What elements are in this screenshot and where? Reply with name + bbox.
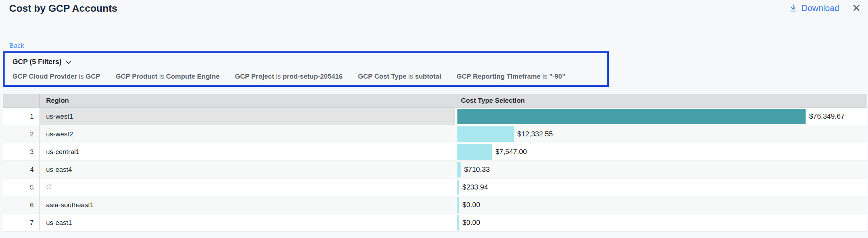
filter-value: Compute Engine <box>166 73 219 80</box>
table-row[interactable]: 1 us-west1 $76,349.67 <box>3 108 867 125</box>
filter-field: GCP Project <box>235 73 274 80</box>
back-link[interactable]: Back <box>9 42 24 50</box>
filter-operator: is <box>408 73 413 80</box>
filter-operator: is <box>542 73 547 80</box>
table-header-row: Region Cost Type Selection <box>3 94 867 108</box>
cost-value: $233.94 <box>462 183 488 191</box>
filter-field: GCP Cost Type <box>358 73 407 80</box>
filter-value: prod-setup-205416 <box>283 73 343 80</box>
close-icon[interactable]: ✕ <box>852 3 861 13</box>
filter-field: GCP Cloud Provider <box>12 73 77 80</box>
region-cell[interactable]: us-east1 <box>40 214 455 231</box>
filter-item[interactable]: GCP Product is Compute Engine <box>116 73 219 80</box>
region-cell[interactable]: us-central1 <box>40 143 455 160</box>
row-number: 1 <box>3 108 40 125</box>
cost-cell: $0.00 <box>455 196 867 214</box>
row-number: 5 <box>3 178 40 196</box>
cost-cell: $710.33 <box>455 161 867 178</box>
table-row[interactable]: 2 us-west2 $12,332.55 <box>3 125 867 143</box>
cost-cell: $12,332.55 <box>455 125 867 143</box>
filter-operator: is <box>276 73 281 80</box>
download-button[interactable]: Download <box>789 3 839 13</box>
table-body: 1 us-west1 $76,349.67 2 us-west2 $12,332… <box>3 108 867 232</box>
row-number: 2 <box>3 125 40 143</box>
table-row[interactable]: 3 us-central1 $7,547.00 <box>3 143 867 161</box>
filter-box: GCP (5 Filters) GCP Cloud Provider is GC… <box>3 51 609 87</box>
filters-summary-toggle[interactable]: GCP (5 Filters) <box>12 58 72 66</box>
cost-value: $7,547.00 <box>495 148 527 156</box>
cost-cell: $76,349.67 <box>455 108 867 125</box>
chevron-down-icon <box>65 58 72 66</box>
cost-bar <box>457 180 459 195</box>
cost-cell: $7,547.00 <box>455 143 867 160</box>
cost-bar <box>457 215 459 231</box>
table-row[interactable]: 6 asia-southeast1 $0.00 <box>3 196 867 214</box>
cost-table: Region Cost Type Selection 1 us-west1 $7… <box>3 94 867 232</box>
region-cell[interactable]: us-east4 <box>40 161 455 178</box>
row-number: 4 <box>3 161 40 178</box>
column-header-cost-type-selection[interactable]: Cost Type Selection <box>455 94 867 107</box>
filter-value: subtotal <box>415 73 441 80</box>
row-number: 7 <box>3 214 40 231</box>
header-actions: Download ✕ <box>789 3 861 13</box>
cost-value: $0.00 <box>462 219 480 227</box>
filter-item[interactable]: GCP Cloud Provider is GCP <box>12 73 100 80</box>
filter-list: GCP Cloud Provider is GCP GCP Product is… <box>12 73 579 80</box>
cost-bar <box>457 126 514 142</box>
cost-value: $12,332.55 <box>517 130 553 138</box>
row-number: 3 <box>3 143 40 160</box>
cost-bar <box>457 144 492 160</box>
cost-value: $0.00 <box>462 201 480 209</box>
filters-summary-label: GCP (5 Filters) <box>12 58 62 66</box>
table-row[interactable]: 7 us-east1 $0.00 <box>3 214 867 232</box>
cost-value: $710.33 <box>464 165 490 174</box>
filter-item[interactable]: GCP Project is prod-setup-205416 <box>235 73 343 80</box>
table-row[interactable]: 4 us-east4 $710.33 <box>3 161 867 178</box>
cost-value: $76,349.67 <box>809 112 845 120</box>
column-header-region[interactable]: Region <box>40 94 455 107</box>
cost-bar <box>457 162 461 177</box>
cost-cell: $233.94 <box>455 178 867 196</box>
filter-field: GCP Product <box>116 73 157 80</box>
filter-item[interactable]: GCP Reporting Timeframe is "-90" <box>457 73 566 80</box>
region-cell[interactable]: ∅ <box>40 178 455 196</box>
filter-value: "-90" <box>549 73 565 80</box>
cost-bar <box>457 109 806 124</box>
cost-cell: $0.00 <box>455 214 867 231</box>
download-icon <box>789 4 798 13</box>
filter-item[interactable]: GCP Cost Type is subtotal <box>358 73 441 80</box>
filter-operator: is <box>79 73 84 80</box>
row-number: 6 <box>3 196 40 214</box>
column-header-row-number <box>3 94 40 107</box>
table-row[interactable]: 5 ∅ $233.94 <box>3 178 867 196</box>
download-label: Download <box>801 3 839 13</box>
filter-value: GCP <box>86 73 100 80</box>
region-cell[interactable]: us-west1 <box>40 108 455 125</box>
page-title: Cost by GCP Accounts <box>9 3 117 14</box>
cost-bar <box>457 197 459 213</box>
cost-drill-panel: Cost by GCP Accounts Download ✕ Back GCP… <box>0 0 868 238</box>
filter-field: GCP Reporting Timeframe <box>457 73 541 80</box>
region-cell[interactable]: asia-southeast1 <box>40 196 455 214</box>
filter-operator: is <box>159 73 164 80</box>
region-cell[interactable]: us-west2 <box>40 125 455 143</box>
